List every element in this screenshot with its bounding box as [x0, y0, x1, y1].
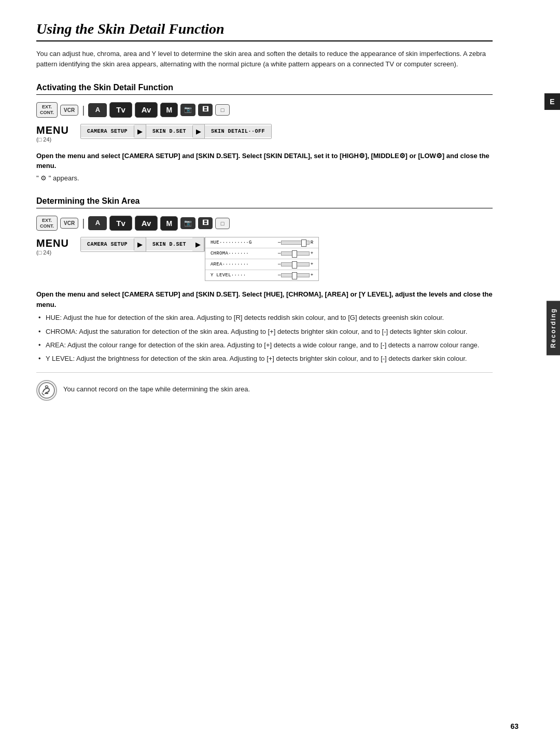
- bullet-ylevel: Y LEVEL: Adjust the brightness for detec…: [36, 354, 493, 364]
- instruction-2: Open the menu and select [CAMERA SETUP] …: [36, 289, 493, 309]
- nav-breadcrumb-2: CAMERA SETUP ▶ SKIN D.SET ▶: [80, 237, 205, 252]
- ylevel-bar: [281, 273, 310, 277]
- mode-square-2: □: [215, 218, 230, 229]
- section1-title: Activating the Skin Detail Function: [36, 83, 493, 95]
- nav-arrow-1b: ▶: [193, 124, 205, 138]
- menu-ref-2: (□ 24): [36, 249, 51, 256]
- mode-camera1-2: 📷: [180, 217, 195, 230]
- mode-camera2-2: 🎞: [198, 217, 213, 230]
- mode-ext-cont: EXT.CONT.: [36, 102, 58, 118]
- nav-arrow-2b: ▶: [192, 237, 204, 251]
- area-label: AREA·········: [211, 262, 278, 267]
- note-row: You cannot record on the tape while dete…: [36, 372, 493, 401]
- separator-1: |: [82, 104, 85, 116]
- slider-chroma: CHROMA······· — +: [205, 248, 318, 259]
- mode-a: A: [88, 103, 107, 117]
- page-number: 63: [510, 722, 519, 730]
- slider-hue: HUE··········G — R: [205, 237, 318, 248]
- mode-m: M: [160, 103, 178, 117]
- nav-skin-detail-off: SKIN DETAIL··OFF: [205, 125, 271, 137]
- mode-square: □: [215, 104, 230, 116]
- bullet-hue: HUE: Adjust the hue for detection of the…: [36, 313, 493, 323]
- mode-camera1: 📷: [180, 104, 195, 116]
- chroma-bar: [281, 251, 310, 256]
- mode-a-2: A: [88, 216, 107, 230]
- hue-bar: [281, 241, 310, 245]
- chroma-label: CHROMA·······: [211, 251, 278, 256]
- slider-ylevel: Y LEVEL····· — +: [205, 270, 318, 280]
- mode-av: Av: [135, 102, 158, 118]
- note-svg: [38, 382, 55, 399]
- hue-plus: R: [311, 240, 314, 245]
- mode-ext-cont-2: EXT.CONT.: [36, 216, 58, 231]
- mode-m-2: M: [160, 216, 178, 231]
- hue-label: HUE··········G: [211, 240, 278, 245]
- svg-point-1: [46, 386, 48, 388]
- mode-av-2: Av: [135, 216, 158, 231]
- menu-label-wrap-2: MENU (□ 24): [36, 237, 74, 256]
- section-determining: Determining the Skin Area EXT.CONT. VCR …: [36, 196, 493, 401]
- note-text: You cannot record on the tape while dete…: [63, 380, 250, 395]
- nav-arrow-1a: ▶: [134, 124, 146, 138]
- note-icon: [36, 380, 57, 401]
- section2-title: Determining the Skin Area: [36, 196, 493, 208]
- ylevel-plus: +: [311, 273, 314, 278]
- slider-area: AREA········· — +: [205, 259, 318, 270]
- ylevel-label: Y LEVEL·····: [211, 273, 278, 278]
- mode-row-1: EXT.CONT. VCR | A Tv Av M 📷 🎞 □: [36, 102, 493, 118]
- menu-nav-row-1: MENU (□ 24) CAMERA SETUP ▶ SKIN D.SET ▶ …: [36, 124, 493, 143]
- chroma-plus: +: [311, 251, 314, 256]
- page-title: Using the Skin Detail Function: [36, 21, 493, 41]
- bullet-chroma: CHROMA: Adjust the saturation for detect…: [36, 327, 493, 337]
- menu-nav-row-2: MENU (□ 24) CAMERA SETUP ▶ SKIN D.SET ▶ …: [36, 237, 493, 281]
- nav-arrow-2a: ▶: [134, 237, 146, 251]
- bullet-area: AREA: Adjust the colour range for detect…: [36, 340, 493, 350]
- e-tab: E: [544, 93, 560, 110]
- intro-text: You can adjust hue, chroma, area and Y l…: [36, 49, 493, 69]
- appears-text-1: " ⚙ " appears.: [36, 174, 493, 182]
- nav-breadcrumb-1: CAMERA SETUP ▶ SKIN D.SET ▶ SKIN DETAIL·…: [80, 124, 272, 139]
- slider-panel: HUE··········G — R CHROMA······· — +: [205, 237, 319, 281]
- separator-2: |: [82, 217, 85, 229]
- nav-skin-dset-1: SKIN D.SET: [146, 125, 193, 137]
- mode-vcr-2: VCR: [60, 218, 78, 229]
- mode-tv-2: Tv: [109, 216, 132, 231]
- mode-camera2: 🎞: [198, 104, 213, 116]
- menu-label-wrap-1: MENU (□ 24): [36, 124, 74, 143]
- area-plus: +: [311, 262, 314, 267]
- menu-label-1: MENU: [36, 125, 69, 135]
- mode-row-2: EXT.CONT. VCR | A Tv Av M 📷 🎞 □: [36, 216, 493, 231]
- area-bar: [281, 262, 310, 266]
- svg-point-0: [39, 383, 54, 398]
- nav-camera-setup-1: CAMERA SETUP: [81, 125, 134, 137]
- bullet-list: HUE: Adjust the hue for detection of the…: [36, 313, 493, 364]
- nav-camera-setup-2: CAMERA SETUP: [81, 238, 134, 250]
- section-activating: Activating the Skin Detail Function EXT.…: [36, 83, 493, 182]
- instruction-1: Open the menu and select [CAMERA SETUP] …: [36, 151, 493, 171]
- mode-vcr: VCR: [60, 105, 78, 116]
- nav-skin-dset-2: SKIN D.SET: [146, 238, 192, 250]
- menu-label-2: MENU: [36, 238, 69, 248]
- recording-tab: Recording: [547, 301, 560, 355]
- mode-tv: Tv: [109, 102, 132, 118]
- menu-ref-1: (□ 24): [36, 136, 51, 143]
